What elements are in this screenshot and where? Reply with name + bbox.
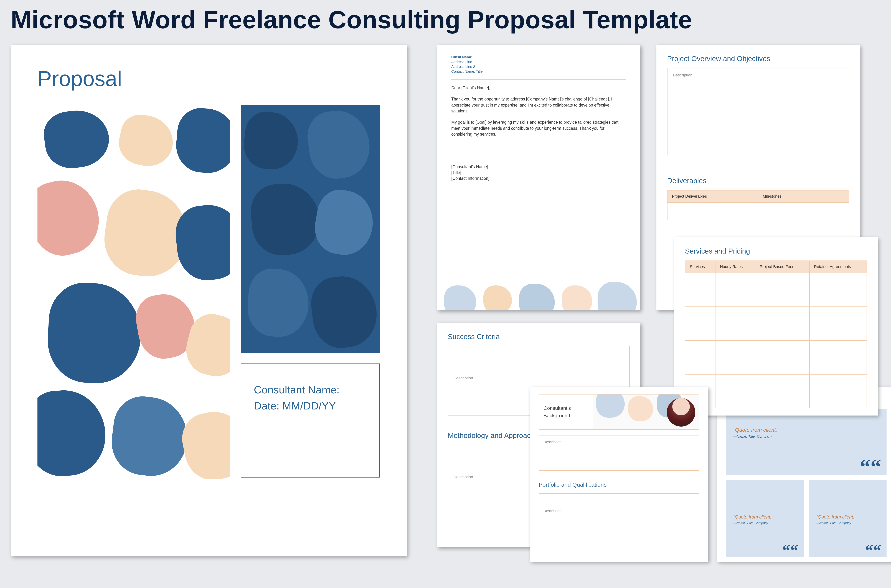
signature-contact: [Contact Information] xyxy=(451,176,626,181)
client-address-block: Client Name Address Line 1 Address Line … xyxy=(451,55,626,74)
letter-paragraph-2: My goal is to [Goal] by leveraging my sk… xyxy=(451,119,626,137)
page-title: Microsoft Word Freelance Consulting Prop… xyxy=(11,5,880,34)
description-label: Description xyxy=(543,509,561,513)
table-row xyxy=(685,307,867,340)
consultant-header-art xyxy=(593,394,699,429)
client-name: Client Name xyxy=(451,55,626,60)
services-col-1: Services xyxy=(685,261,715,273)
description-label: Description xyxy=(453,475,473,479)
cover-art-right xyxy=(241,105,380,353)
signature-title: [Title] xyxy=(451,170,626,176)
portfolio-description-box: Description xyxy=(539,494,699,529)
deliverables-heading: Deliverables xyxy=(667,177,849,185)
overview-description-box: Description xyxy=(667,68,849,155)
template-canvas: Proposal xyxy=(11,45,880,579)
avatar xyxy=(667,398,695,427)
cover-info-box: Consultant Name: Date: MM/DD/YY xyxy=(241,363,380,477)
services-table: Services Hourly Rates Project-Based Fees… xyxy=(685,261,867,408)
success-heading: Success Criteria xyxy=(448,333,630,340)
letter-page: Client Name Address Line 1 Address Line … xyxy=(437,45,640,310)
quote-icon: ““ xyxy=(782,546,798,554)
greeting: Dear [Client's Name], xyxy=(451,85,626,91)
consultant-name-label: Consultant Name: xyxy=(254,382,367,398)
description-label: Description xyxy=(543,440,561,444)
consultant-background-heading: Consultant's Background xyxy=(539,394,589,429)
quote-attribution: —Name, Title, Company xyxy=(733,521,796,525)
testimonial-card: "Quote from client." —Name, Title, Compa… xyxy=(726,409,886,475)
cover-page: Proposal xyxy=(11,45,407,556)
deliverables-table: Project Deliverables Milestones xyxy=(667,190,849,220)
proposal-heading: Proposal xyxy=(38,66,380,91)
contact-name-title: Contact Name, Title xyxy=(451,69,626,74)
signature-name: [Consultant's Name] xyxy=(451,164,626,170)
quote-text: "Quote from client." xyxy=(733,427,879,433)
testimonial-card: "Quote from client." —Name, Title, Compa… xyxy=(809,480,886,557)
testimonial-card: "Quote from client." —Name, Title, Compa… xyxy=(726,480,804,557)
deliverables-col-1: Project Deliverables xyxy=(667,190,758,202)
description-label: Description xyxy=(453,376,473,380)
quote-attribution: —Name, Title, Company xyxy=(816,521,879,525)
consultant-description-box: Description xyxy=(539,435,699,471)
deliverables-col-2: Milestones xyxy=(758,190,849,202)
letter-footer-art xyxy=(437,269,640,310)
services-heading: Services and Pricing xyxy=(685,247,867,255)
services-col-4: Retainer Agreements xyxy=(810,261,867,273)
heading-line-1: Consultant's xyxy=(543,405,584,412)
services-col-3: Project-Based Fees xyxy=(755,261,810,273)
overview-heading: Project Overview and Objectives xyxy=(667,55,849,63)
letter-paragraph-1: Thank you for the opportunity to address… xyxy=(451,96,626,114)
quote-attribution: —Name, Title, Company xyxy=(733,434,879,438)
table-row xyxy=(685,273,867,307)
table-row xyxy=(685,374,867,408)
consultant-page: Consultant's Background Description Port… xyxy=(530,387,708,562)
portfolio-heading: Portfolio and Qualifications xyxy=(539,482,699,488)
signature-block: [Consultant's Name] [Title] [Contact Inf… xyxy=(451,164,626,181)
services-col-2: Hourly Rates xyxy=(715,261,755,273)
table-row xyxy=(667,202,849,220)
address-line-1: Address Line 1 xyxy=(451,60,626,64)
quote-icon: ““ xyxy=(860,462,881,472)
description-label: Description xyxy=(673,73,692,77)
table-row xyxy=(685,340,867,374)
quote-text: "Quote from client." xyxy=(816,514,879,520)
date-label: Date: MM/DD/YY xyxy=(254,398,367,414)
address-line-2: Address Line 2 xyxy=(451,64,626,69)
heading-line-2: Background xyxy=(543,412,584,420)
consultant-header: Consultant's Background xyxy=(539,394,699,430)
cover-art-left xyxy=(38,105,230,479)
quote-text: "Quote from client." xyxy=(733,514,796,520)
quote-icon: ““ xyxy=(865,546,881,554)
